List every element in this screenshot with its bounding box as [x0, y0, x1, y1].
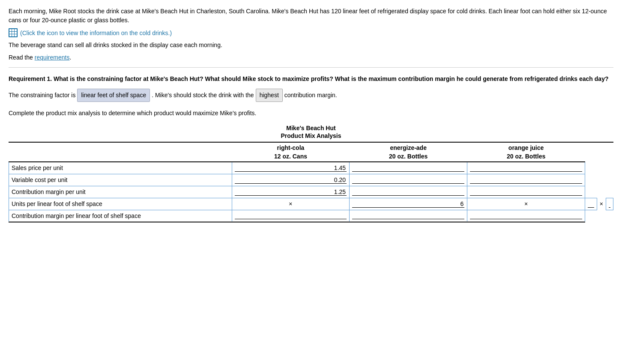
mult-sign-3: ×: [597, 198, 606, 210]
cell-cm-foot-col3[interactable]: [467, 210, 585, 222]
requirements-link[interactable]: requirements: [35, 54, 70, 61]
label-variable-cost: Variable cost per unit: [9, 174, 232, 186]
input-units-2[interactable]: [588, 200, 594, 208]
constraining-pre-text: The constraining factor is: [9, 90, 75, 101]
table-subtitle: Product Mix Analysis: [9, 132, 613, 143]
cell-cm-foot-col2[interactable]: [350, 210, 467, 222]
row-units-per-foot: Units per linear foot of shelf space × ×…: [9, 198, 613, 210]
input-cm-1[interactable]: [235, 188, 347, 196]
cell-cm-col1[interactable]: [232, 186, 349, 198]
input-sales-price-1[interactable]: [235, 164, 347, 172]
click-icon-line: (Click the icon to view the information …: [9, 28, 613, 37]
req-title-rest: What is the constraining factor at Mike'…: [52, 75, 608, 82]
input-cm-foot-3[interactable]: [470, 212, 582, 219]
constraining-mid-text: . Mike's should stock the drink with the: [152, 90, 254, 101]
input-cm-foot-1[interactable]: [235, 212, 347, 219]
cell-variable-cost-col1[interactable]: [232, 174, 349, 186]
click-icon-text: (Click the icon to view the information …: [20, 30, 172, 36]
cell-sales-price-col3[interactable]: [467, 162, 585, 174]
th-product-1-name: right-cola: [232, 143, 349, 152]
mult-sign-1: ×: [232, 198, 349, 210]
th-product-3-type: 20 oz. Bottles: [467, 152, 585, 162]
row-cm-per-foot: Contribution margin per linear foot of s…: [9, 210, 613, 222]
input-cm-foot-2[interactable]: [352, 212, 464, 219]
intro-paragraph: Each morning, Mike Root stocks the drink…: [9, 7, 613, 25]
cell-units-col1[interactable]: [350, 198, 467, 210]
cell-cm-col3[interactable]: [467, 186, 585, 198]
cell-units-col3[interactable]: [606, 198, 613, 210]
th-product-1-type: 12 oz. Cans: [232, 152, 349, 162]
cell-units-col2[interactable]: [585, 198, 597, 210]
table-header-row-1: right-cola energize-ade orange juice: [9, 143, 613, 152]
cell-sales-price-col2[interactable]: [350, 162, 467, 174]
label-units-per-foot: Units per linear foot of shelf space: [9, 198, 232, 210]
stand-text: The beverage stand can sell all drinks s…: [9, 41, 613, 50]
input-cm-2[interactable]: [352, 188, 464, 196]
grid-icon[interactable]: [9, 28, 18, 37]
row-variable-cost: Variable cost per unit: [9, 174, 613, 186]
mult-sign-2: ×: [467, 198, 585, 210]
product-mix-table: right-cola energize-ade orange juice 12 …: [9, 143, 613, 223]
cell-sales-price-col1[interactable]: [232, 162, 349, 174]
input-units-3[interactable]: [609, 200, 610, 208]
constraining-factor-highlight: linear feet of shelf space: [77, 89, 150, 102]
th-empty-label: [9, 143, 232, 152]
requirement-title: Requirement 1. What is the constraining …: [9, 75, 613, 84]
input-sales-price-3[interactable]: [470, 164, 582, 172]
table-header-row-2: 12 oz. Cans 20 oz. Bottles 20 oz. Bottle…: [9, 152, 613, 162]
th-product-2-name: energize-ade: [350, 143, 467, 152]
read-line: Read the requirements.: [9, 53, 613, 62]
product-mix-table-section: Mike's Beach Hut Product Mix Analysis ri…: [9, 125, 613, 223]
cell-cm-foot-col1[interactable]: [232, 210, 349, 222]
input-variable-cost-3[interactable]: [470, 176, 582, 184]
section-divider: [9, 67, 613, 68]
input-units-1[interactable]: [352, 200, 464, 208]
cell-variable-cost-col3[interactable]: [467, 174, 585, 186]
th-product-2-type: 20 oz. Bottles: [350, 152, 467, 162]
cell-cm-col2[interactable]: [350, 186, 467, 198]
label-sales-price: Sales price per unit: [9, 162, 232, 174]
input-cm-3[interactable]: [470, 188, 582, 196]
highest-highlight: highest: [256, 89, 283, 102]
complete-text: Complete the product mix analysis to det…: [9, 109, 613, 118]
constraining-factor-line: The constraining factor is linear feet o…: [9, 89, 613, 102]
cell-variable-cost-col2[interactable]: [350, 174, 467, 186]
req-title-bold: Requirement 1.: [9, 75, 52, 82]
label-contribution-margin: Contribution margin per unit: [9, 186, 232, 198]
requirement-1-section: Requirement 1. What is the constraining …: [9, 75, 613, 223]
input-sales-price-2[interactable]: [352, 164, 464, 172]
th-empty-type: [9, 152, 232, 162]
table-title: Mike's Beach Hut: [9, 125, 613, 131]
label-cm-per-foot: Contribution margin per linear foot of s…: [9, 210, 232, 222]
row-sales-price: Sales price per unit: [9, 162, 613, 174]
constraining-end-text: contribution margin.: [284, 90, 337, 101]
input-variable-cost-1[interactable]: [235, 176, 347, 184]
input-variable-cost-2[interactable]: [352, 176, 464, 184]
th-product-3-name: orange juice: [467, 143, 585, 152]
row-contribution-margin: Contribution margin per unit: [9, 186, 613, 198]
